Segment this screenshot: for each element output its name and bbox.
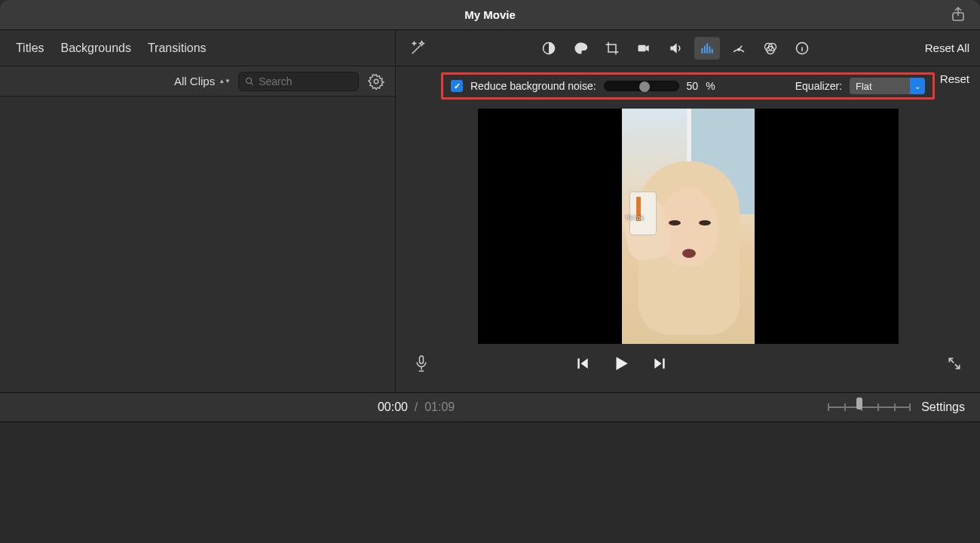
- clips-filter-dropdown[interactable]: All Clips ▲▼: [174, 75, 231, 87]
- slider-thumb[interactable]: [639, 81, 650, 92]
- palette-icon: [573, 41, 588, 56]
- preview-viewer: TikTok: [478, 109, 899, 344]
- svg-rect-5: [701, 48, 703, 54]
- noise-unit: %: [706, 80, 715, 92]
- voiceover-button[interactable]: [414, 354, 429, 373]
- stepper-icon: ▲▼: [219, 79, 231, 84]
- color-balance-tab[interactable]: [536, 37, 562, 60]
- svg-rect-17: [663, 358, 665, 368]
- titlebar: My Movie: [0, 0, 980, 30]
- noise-eq-tab[interactable]: [694, 37, 720, 60]
- zoom-slider[interactable]: [828, 403, 911, 412]
- gear-icon: [368, 73, 384, 90]
- svg-rect-4: [638, 44, 645, 51]
- play-icon: [611, 354, 631, 373]
- current-time: 00:00: [378, 400, 408, 413]
- svg-rect-7: [706, 43, 708, 53]
- chevron-down-icon: ⌄: [910, 78, 925, 94]
- tab-transitions[interactable]: Transitions: [148, 41, 207, 55]
- inspector-toolbar: Reset All: [396, 30, 980, 66]
- crop-tab[interactable]: [599, 37, 625, 60]
- svg-point-1: [247, 78, 252, 83]
- speaker-icon: [668, 41, 683, 56]
- share-button[interactable]: [951, 7, 965, 22]
- contrast-icon: [541, 41, 556, 56]
- camera-icon: [636, 41, 651, 56]
- filter-tab[interactable]: [758, 37, 783, 60]
- svg-rect-9: [712, 48, 713, 53]
- browser-settings-button[interactable]: [366, 72, 386, 91]
- viewer-pane: Reset All ✓ Reduce background noise: 50 …: [396, 30, 980, 392]
- equalizer-dropdown[interactable]: Flat ⌄: [850, 78, 925, 94]
- video-frame: TikTok: [622, 109, 755, 344]
- info-icon: [795, 41, 810, 56]
- tab-backgrounds[interactable]: Backgrounds: [61, 41, 131, 55]
- reset-all-button[interactable]: Reset All: [925, 41, 969, 54]
- skip-back-icon: [575, 356, 590, 371]
- project-title: My Movie: [464, 8, 516, 21]
- noise-value: 50: [687, 80, 699, 92]
- timeline-status-bar: 00:00 / 01:09 Settings: [0, 392, 980, 422]
- next-button[interactable]: [652, 356, 667, 371]
- skip-forward-icon: [652, 356, 667, 371]
- speed-tab[interactable]: [726, 37, 752, 60]
- search-input-wrap[interactable]: [238, 72, 359, 91]
- zoom-handle[interactable]: [856, 397, 862, 410]
- svg-rect-6: [704, 45, 706, 53]
- enhance-button[interactable]: [409, 40, 426, 57]
- noise-label: Reduce background noise:: [470, 80, 596, 92]
- browser-tabs: o Titles Backgrounds Transitions: [0, 30, 395, 66]
- tab-titles[interactable]: Titles: [16, 41, 44, 55]
- info-tab[interactable]: [789, 37, 815, 60]
- noise-reduction-panel: ✓ Reduce background noise: 50 % Equalize…: [441, 72, 935, 100]
- overlap-circles-icon: [763, 41, 778, 56]
- equalizer-label: Equalizer:: [795, 80, 842, 92]
- search-icon: [245, 76, 254, 87]
- fullscreen-button[interactable]: [947, 356, 962, 371]
- noise-checkbox[interactable]: ✓: [451, 80, 463, 92]
- media-browser: o Titles Backgrounds Transitions All Cli…: [0, 30, 396, 392]
- speedometer-icon: [731, 41, 746, 56]
- svg-rect-8: [709, 46, 710, 53]
- timeline-settings-button[interactable]: Settings: [921, 400, 965, 414]
- equalizer-value: Flat: [850, 81, 910, 92]
- clips-filter-label: All Clips: [174, 75, 215, 87]
- expand-icon: [947, 356, 962, 371]
- browser-filter-row: All Clips ▲▼: [0, 66, 395, 97]
- search-input[interactable]: [259, 75, 352, 87]
- svg-point-2: [374, 79, 378, 84]
- prev-button[interactable]: [575, 356, 590, 371]
- play-button[interactable]: [611, 354, 631, 373]
- svg-point-10: [738, 48, 740, 50]
- noise-slider[interactable]: [604, 81, 679, 91]
- crop-icon: [605, 41, 620, 56]
- stabilization-tab[interactable]: [631, 37, 657, 60]
- microphone-icon: [414, 354, 429, 373]
- duration: 01:09: [424, 400, 455, 413]
- reset-button[interactable]: Reset: [940, 72, 969, 85]
- watermark-text: TikTok: [625, 214, 645, 222]
- svg-rect-15: [420, 356, 424, 364]
- color-correction-tab[interactable]: [568, 37, 593, 60]
- svg-rect-16: [577, 358, 580, 368]
- timecode: 00:00 / 01:09: [378, 400, 455, 414]
- equalizer-icon: [700, 41, 715, 56]
- volume-tab[interactable]: [663, 37, 688, 60]
- transport-controls: [396, 344, 980, 383]
- wand-icon: [409, 40, 426, 57]
- inspector-tabs: [536, 37, 815, 60]
